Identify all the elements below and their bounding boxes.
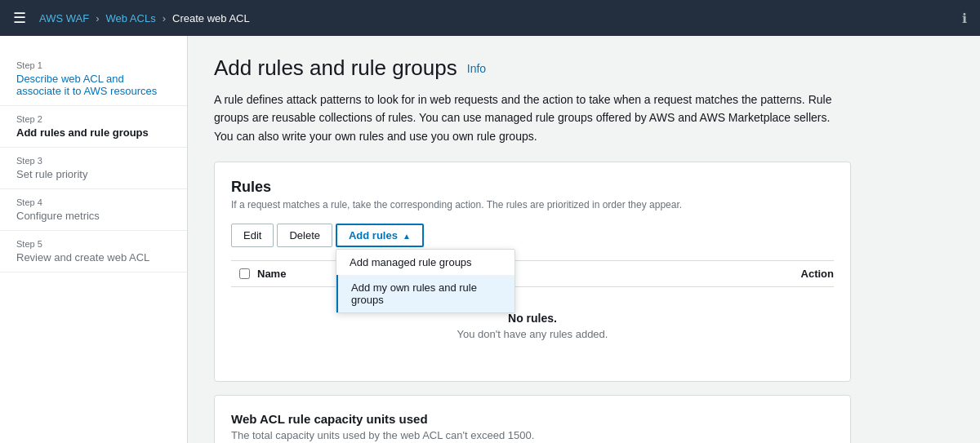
sidebar-item-step5[interactable]: Step 5 Review and create web ACL (0, 231, 187, 272)
header-action: Action (736, 268, 834, 280)
breadcrumb-web-acls[interactable]: Web ACLs (105, 12, 155, 24)
add-rules-dropdown: Add managed rule groups Add my own rules… (336, 249, 515, 313)
sidebar-item-step3[interactable]: Step 3 Set rule priority (0, 148, 187, 189)
select-all-checkbox[interactable] (239, 268, 250, 279)
page-description: A rule defines attack patterns to look f… (214, 91, 851, 145)
edit-button[interactable]: Edit (231, 224, 274, 247)
add-rules-button[interactable]: Add rules (336, 224, 424, 247)
step3-label: Step 3 (16, 156, 171, 166)
breadcrumb-current: Create web ACL (172, 12, 250, 24)
chevron-up-icon (403, 229, 411, 241)
delete-button[interactable]: Delete (277, 224, 332, 247)
help-icon[interactable]: ℹ (962, 11, 967, 26)
page-title: Add rules and rule groups Info (214, 55, 954, 81)
step2-label: Step 2 (16, 114, 171, 124)
step5-label: Step 5 (16, 239, 171, 249)
no-rules-subtitle: You don't have any rules added. (231, 328, 834, 340)
step2-title: Add rules and rule groups (16, 126, 171, 139)
step4-label: Step 4 (16, 197, 171, 207)
menu-icon[interactable]: ☰ (13, 9, 26, 27)
step1-label: Step 1 (16, 60, 171, 70)
rules-toolbar: Edit Delete Add rules Add managed rule g… (231, 224, 834, 247)
step1-title: Describe web ACL and associate it to AWS… (16, 73, 171, 97)
breadcrumb-sep-1: › (96, 12, 99, 24)
sidebar-item-step1[interactable]: Step 1 Describe web ACL and associate it… (0, 52, 187, 106)
breadcrumb-aws-waf[interactable]: AWS WAF (39, 12, 89, 24)
step3-title: Set rule priority (16, 168, 171, 180)
dropdown-managed-groups[interactable]: Add managed rule groups (336, 250, 514, 275)
breadcrumb-sep-2: › (163, 12, 166, 24)
layout: Step 1 Describe web ACL and associate it… (0, 36, 980, 443)
capacity-panel: Web ACL rule capacity units used The tot… (214, 395, 851, 443)
step5-title: Review and create web ACL (16, 251, 171, 264)
add-rules-dropdown-container: Add rules Add managed rule groups Add my… (336, 224, 424, 247)
rules-panel: Rules If a request matches a rule, take … (214, 162, 851, 382)
step1-link[interactable]: Describe web ACL and associate it to AWS… (16, 73, 157, 97)
sidebar-item-step4[interactable]: Step 4 Configure metrics (0, 189, 187, 231)
capacity-desc: The total capacity units used by the web… (231, 429, 834, 441)
sidebar: Step 1 Describe web ACL and associate it… (0, 36, 188, 443)
table-header: Name Action (231, 260, 834, 287)
rules-panel-desc: If a request matches a rule, take the co… (231, 199, 834, 210)
dropdown-own-rules[interactable]: Add my own rules and rule groups (336, 275, 514, 312)
header-checkbox-col (231, 268, 257, 279)
top-bar: ☰ AWS WAF › Web ACLs › Create web ACL ℹ (0, 0, 980, 36)
breadcrumb: AWS WAF › Web ACLs › Create web ACL (39, 12, 250, 24)
capacity-title: Web ACL rule capacity units used (231, 412, 834, 426)
rules-panel-title: Rules (231, 179, 834, 196)
main-content: Add rules and rule groups Info A rule de… (188, 36, 980, 443)
no-rules-title: No rules. (231, 312, 834, 325)
step4-title: Configure metrics (16, 210, 171, 222)
sidebar-item-step2: Step 2 Add rules and rule groups (0, 106, 187, 148)
info-link[interactable]: Info (467, 62, 486, 75)
empty-state: No rules. You don't have any rules added… (231, 287, 834, 365)
